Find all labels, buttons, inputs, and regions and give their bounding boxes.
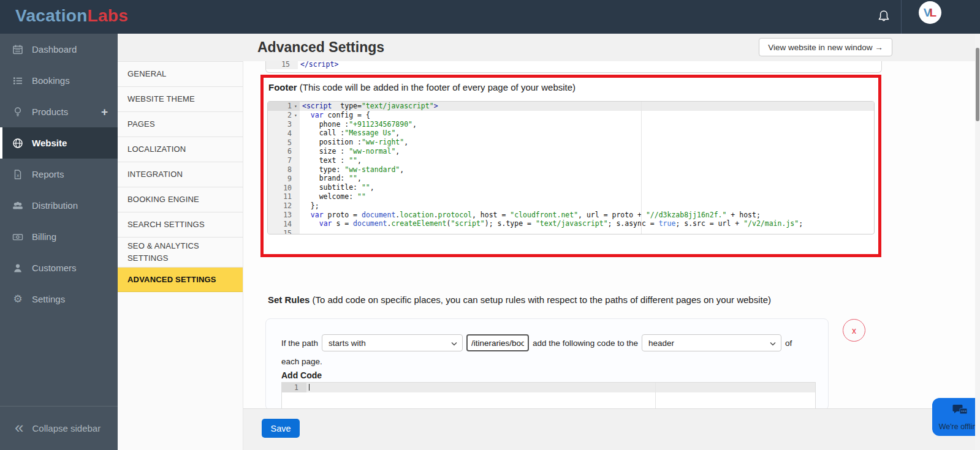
sidebar-item-billing[interactable]: Billing	[0, 221, 118, 252]
submenu-item-advanced-settings[interactable]: ADVANCED SETTINGS	[118, 267, 243, 292]
code-token: ; s.async =	[608, 219, 659, 228]
path-input[interactable]	[466, 334, 529, 351]
sidebar-item-bookings[interactable]: Bookings	[0, 65, 118, 96]
sidebar-item-label: Distribution	[32, 200, 78, 211]
sidebar-item-distribution[interactable]: Distribution	[0, 190, 118, 221]
add-code-label: Add Code	[281, 370, 322, 380]
submenu-item-localization[interactable]: LOCALIZATION	[118, 137, 243, 162]
rule-code-editor[interactable]: 1	[281, 382, 816, 410]
fold-icon[interactable]: ▾	[292, 103, 300, 109]
code-token: welcome:	[302, 192, 357, 201]
code-token: , url = proto +	[578, 211, 646, 219]
brand-logo[interactable]: VacationLabs	[15, 6, 128, 26]
footer-code-highlight-box: Footer (This code will be added in the f…	[260, 75, 881, 257]
sidebar-item-label: Products	[32, 107, 68, 117]
print-margin-line	[641, 102, 642, 234]
bottom-action-bar	[243, 408, 980, 450]
rule-line: If the path starts with add the followin…	[281, 334, 792, 351]
code-line: 10 subtitle: "",	[268, 183, 874, 192]
code-token: createElement	[391, 219, 446, 228]
code-line: 6 size : "ww-normal",	[268, 147, 874, 156]
collapse-sidebar-button[interactable]: « Collapse sidebar	[0, 406, 118, 450]
sidebar-item-label: Bookings	[32, 75, 70, 86]
code-token: position :	[302, 138, 362, 146]
header-code-editor-partial[interactable]: 15</script>	[265, 61, 882, 73]
sidebar-item-products[interactable]: Products +	[0, 96, 118, 127]
submenu-item-pages[interactable]: PAGES	[118, 111, 243, 137]
view-website-button[interactable]: View website in new window →	[759, 38, 892, 56]
submenu-item-search-settings[interactable]: SEARCH SETTINGS	[118, 212, 243, 237]
chat-widget[interactable]: We're offline	[932, 398, 980, 436]
code-token: protocol	[438, 211, 472, 219]
code-line: 4 call :"Message Us",	[268, 129, 874, 138]
brand-primary: Vacation	[15, 6, 88, 25]
avatar[interactable]: V L	[919, 1, 941, 24]
code-token: call :	[302, 129, 344, 137]
set-rules-label: Set Rules (To add code on specific place…	[268, 294, 771, 305]
app-window: VacationLabs V L Dashboard Bookings	[0, 0, 980, 450]
calendar-icon	[11, 44, 25, 55]
line-number: 15	[266, 61, 298, 69]
scrollbar-thumb[interactable]	[976, 48, 979, 121]
code-token: "//d3kzab8jj16n2f."	[646, 211, 727, 219]
code-token: phone :	[302, 120, 349, 129]
line-number: 7	[268, 156, 300, 165]
line-number: 1▾	[268, 102, 300, 111]
code-token: type:	[302, 165, 344, 174]
code-token: document	[362, 211, 395, 219]
code-token: + host;	[726, 211, 760, 219]
set-rules-label-bold: Set Rules	[268, 294, 310, 305]
delete-rule-button[interactable]: x	[843, 319, 865, 342]
sidebar-item-settings[interactable]: ⚙ Settings	[0, 283, 118, 315]
code-token: ,	[357, 174, 362, 182]
rule-middle-text: add the following code to the	[533, 339, 638, 348]
chat-status-text: We're offline	[939, 422, 980, 431]
code-token: ,	[395, 129, 400, 137]
line-number: 9	[268, 174, 300, 183]
code-token: "script"	[450, 219, 484, 228]
chevron-down-icon	[451, 339, 457, 348]
notifications-bell-icon[interactable]	[877, 9, 891, 24]
topbar-divider	[901, 0, 902, 34]
line-number: 4	[268, 129, 300, 138]
code-target-value: header	[648, 339, 770, 348]
save-button[interactable]: Save	[262, 419, 300, 438]
code-line: 9 brand: "",	[268, 174, 874, 183]
code-token: ,	[357, 156, 362, 165]
sidebar-item-dashboard[interactable]: Dashboard	[0, 34, 118, 65]
code-token: "+911234567890"	[349, 120, 412, 129]
code-token: ""	[349, 174, 357, 182]
code-token: "Message Us"	[344, 129, 395, 137]
path-condition-select[interactable]: starts with	[322, 334, 463, 351]
submenu-item-general[interactable]: GENERAL	[118, 61, 243, 86]
sidebar-item-customers[interactable]: Customers	[0, 252, 118, 283]
code-line: 7 text : "",	[268, 156, 874, 165]
code-line: 2▾ var config = {	[268, 111, 874, 120]
line-number: 5	[268, 138, 300, 147]
sidebar-item-website[interactable]: Website	[0, 127, 118, 159]
add-product-plus-icon[interactable]: +	[101, 105, 108, 119]
code-line: 11 welcome: ""	[268, 192, 874, 201]
footer-code-editor[interactable]: 1▾<script type="text/javascript">2▾ var …	[267, 101, 875, 234]
line-number: 14	[268, 219, 300, 228]
code-token: var	[319, 219, 332, 228]
submenu-item-website-theme[interactable]: WEBSITE THEME	[118, 86, 243, 111]
sidebar-item-reports[interactable]: x Reports	[0, 159, 118, 190]
submenu-item-integration[interactable]: INTEGRATION	[118, 162, 243, 187]
code-target-select[interactable]: header	[642, 334, 781, 351]
settings-submenu: GENERAL WEBSITE THEME PAGES LOCALIZATION…	[118, 61, 243, 450]
line-number: 1	[282, 383, 306, 392]
code-token: "ww-right"	[362, 138, 404, 146]
code-token: };	[302, 201, 319, 210]
sidebar: Dashboard Bookings Products + Website x	[0, 34, 118, 450]
code-token: "/v2/main.js"	[743, 219, 799, 228]
code-line: 1▾<script type="text/javascript">	[268, 102, 874, 111]
code-line: 3 phone :"+911234567890",	[268, 120, 874, 129]
money-icon	[11, 231, 25, 242]
code-line: 15	[268, 228, 874, 234]
line-number: 12	[268, 201, 300, 211]
submenu-item-booking-engine[interactable]: BOOKING ENGINE	[118, 187, 243, 212]
submenu-item-seo-analytics[interactable]: SEO & ANALYTICS SETTINGS	[118, 237, 243, 267]
fold-icon[interactable]: ▾	[292, 113, 300, 118]
user-icon	[11, 263, 25, 274]
